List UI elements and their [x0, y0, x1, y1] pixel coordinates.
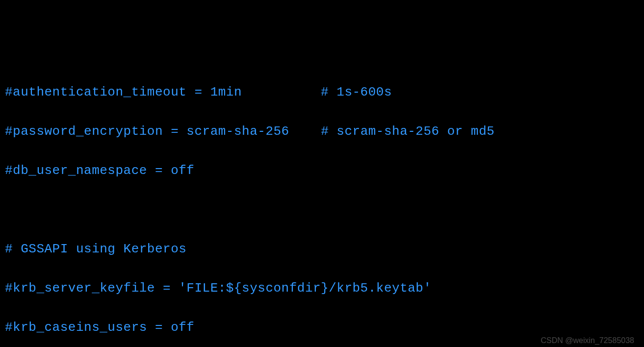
config-line: # GSSAPI using Kerberos — [5, 239, 639, 259]
watermark: CSDN @weixin_72585038 — [541, 336, 634, 345]
comment-text: #db_user_namespace = off — [5, 163, 194, 178]
config-line: #krb_server_keyfile = 'FILE:${sysconfdir… — [5, 278, 639, 298]
config-line: #krb_caseins_users = off — [5, 318, 639, 337]
config-line: #authentication_timeout = 1min # 1s-600s — [5, 82, 639, 102]
comment-text: #krb_server_keyfile = 'FILE:${sysconfdir… — [5, 281, 432, 296]
comment-text: # 1s-600s — [321, 85, 392, 99]
comment-text: #authentication_timeout = 1min — [5, 85, 242, 99]
comment-text: # GSSAPI using Kerberos — [5, 242, 186, 256]
padding — [242, 85, 321, 99]
config-line: #db_user_namespace = off — [5, 161, 639, 180]
config-line: #password_encryption = scram-sha-256 # s… — [5, 122, 639, 141]
comment-text: #password_encryption = scram-sha-256 — [5, 124, 289, 139]
blank-line — [5, 200, 639, 220]
comment-text: # scram-sha-256 or md5 — [321, 124, 494, 139]
padding — [289, 124, 321, 139]
comment-text: #krb_caseins_users = off — [5, 320, 194, 335]
